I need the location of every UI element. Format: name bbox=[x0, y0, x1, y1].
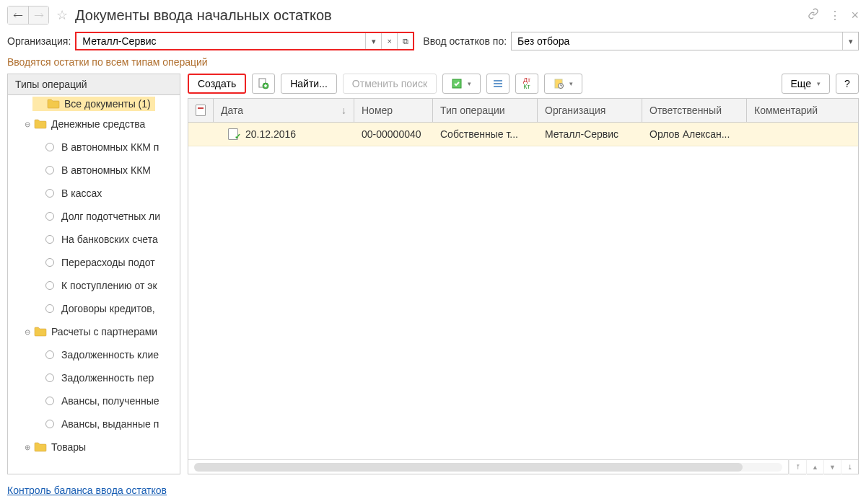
cell-resp: Орлов Алексан... bbox=[642, 128, 747, 140]
th-icon[interactable] bbox=[188, 99, 214, 122]
tree-item[interactable]: Задолженность клие bbox=[8, 343, 180, 366]
info-text: Вводятся остатки по всем типам операций bbox=[7, 56, 859, 68]
tree-item-label: Задолженность клие bbox=[61, 349, 159, 361]
circle-icon bbox=[45, 350, 54, 359]
kebab-menu-icon[interactable]: ⋮ bbox=[829, 9, 841, 22]
tree-item-label: Задолженность пер bbox=[61, 372, 154, 384]
expand-icon[interactable]: ⊕ bbox=[22, 443, 32, 451]
favorite-star-icon[interactable]: ☆ bbox=[55, 8, 69, 22]
org-input-group: ▾ × ⧉ bbox=[75, 32, 414, 50]
tree-item[interactable]: Все документы (1) bbox=[32, 97, 155, 111]
create-button[interactable]: Создать bbox=[188, 74, 246, 94]
filter-label: Ввод остатков по: bbox=[423, 35, 507, 47]
folder-icon bbox=[34, 327, 47, 337]
tree-item-label: В автономных ККМ п bbox=[61, 141, 159, 153]
tree-item[interactable]: В кассах bbox=[8, 182, 180, 205]
folder-icon bbox=[47, 99, 60, 109]
tree-item-label: Авансы, выданные п bbox=[61, 418, 159, 430]
tree-item-label: Авансы, полученные bbox=[61, 395, 159, 407]
forward-button[interactable]: 🡒 bbox=[28, 6, 48, 24]
tree-item-label: Расчеты с партнерами bbox=[51, 326, 157, 337]
circle-icon bbox=[45, 212, 54, 221]
tree-item-label: Долг подотчетных ли bbox=[61, 211, 160, 222]
copy-button[interactable] bbox=[252, 74, 275, 94]
org-dropdown-button[interactable]: ▾ bbox=[365, 33, 381, 49]
action-green-button[interactable]: ▾ bbox=[442, 74, 481, 94]
filter-input-group: ▾ bbox=[511, 32, 859, 50]
tree-hscrollbar[interactable] bbox=[8, 474, 180, 474]
org-input[interactable] bbox=[76, 33, 365, 49]
link-icon[interactable] bbox=[808, 8, 819, 22]
org-clear-button[interactable]: × bbox=[381, 33, 397, 49]
tree-item[interactable]: Договоры кредитов, bbox=[8, 297, 180, 320]
tree-item[interactable]: Авансы, выданные п bbox=[8, 412, 180, 436]
help-button[interactable]: ? bbox=[836, 74, 859, 94]
folder-icon bbox=[34, 119, 47, 129]
more-button[interactable]: Еще▾ bbox=[782, 74, 831, 94]
find-button[interactable]: Найти... bbox=[281, 74, 337, 94]
scroll-bottom-icon[interactable]: ⤓ bbox=[841, 460, 858, 474]
list-button[interactable] bbox=[486, 74, 509, 94]
svg-rect-4 bbox=[494, 83, 502, 84]
cell-org: Металл-Сервис bbox=[538, 128, 642, 140]
th-comment[interactable]: Комментарий bbox=[747, 99, 858, 122]
circle-icon bbox=[45, 304, 54, 313]
th-org[interactable]: Организация bbox=[538, 99, 642, 122]
tree-item[interactable]: На банковских счета bbox=[8, 228, 180, 251]
cell-optype: Собственные т... bbox=[433, 128, 538, 140]
tree-item[interactable]: Перерасходы подот bbox=[8, 251, 180, 274]
svg-rect-3 bbox=[494, 80, 502, 81]
circle-icon bbox=[45, 281, 54, 290]
circle-icon bbox=[45, 373, 54, 382]
tree-item-label: В кассах bbox=[61, 187, 102, 199]
tree-item[interactable]: ⊕Товары bbox=[8, 436, 180, 459]
page-title: Документы ввода начальных остатков bbox=[75, 7, 332, 24]
circle-icon bbox=[45, 235, 54, 244]
tree-header: Типы операций bbox=[7, 74, 180, 94]
document-icon bbox=[196, 105, 206, 116]
expand-icon[interactable]: ⊖ bbox=[22, 120, 32, 128]
filter-input[interactable] bbox=[512, 32, 842, 50]
report-button[interactable]: ▾ bbox=[544, 74, 582, 94]
tree-item-label: На банковских счета bbox=[61, 234, 158, 245]
cancel-search-button[interactable]: Отменить поиск bbox=[343, 74, 437, 94]
th-number[interactable]: Номер bbox=[354, 99, 433, 122]
balance-control-link[interactable]: Контроль баланса ввода остатков bbox=[7, 485, 167, 496]
posted-doc-icon bbox=[228, 128, 240, 140]
filter-dropdown-button[interactable]: ▾ bbox=[842, 32, 858, 50]
tree-item[interactable]: Авансы, полученные bbox=[8, 389, 180, 412]
tree-item[interactable]: В автономных ККМ п bbox=[8, 136, 180, 159]
org-open-button[interactable]: ⧉ bbox=[397, 33, 413, 49]
th-optype[interactable]: Тип операции bbox=[433, 99, 538, 122]
tree-scroll[interactable]: Все документы (1)⊖Денежные средстваВ авт… bbox=[8, 95, 180, 474]
org-label: Организация: bbox=[7, 35, 71, 47]
expand-icon[interactable]: ⊖ bbox=[22, 328, 32, 336]
tree-item-label: Товары bbox=[51, 441, 86, 453]
scroll-up-icon[interactable]: ▲ bbox=[806, 460, 823, 474]
cell-date: 20.12.2016 bbox=[245, 128, 296, 140]
tree-item[interactable]: Задолженность пер bbox=[8, 366, 180, 389]
dtkt-button[interactable]: ДтКт bbox=[515, 74, 538, 94]
cell-number: 00-00000040 bbox=[354, 128, 433, 140]
tree-item[interactable]: К поступлению от эк bbox=[8, 274, 180, 297]
th-date[interactable]: Дата↓ bbox=[214, 99, 354, 122]
scroll-down-icon[interactable]: ▼ bbox=[823, 460, 841, 474]
back-button[interactable]: 🡐 bbox=[8, 6, 28, 24]
table-hscrollbar[interactable] bbox=[194, 463, 782, 472]
close-icon[interactable]: × bbox=[851, 8, 859, 23]
circle-icon bbox=[45, 420, 54, 428]
tree-item[interactable]: В автономных ККМ bbox=[8, 159, 180, 182]
tree-item[interactable]: ⊖Денежные средства bbox=[8, 112, 180, 136]
scroll-top-icon[interactable]: ⤒ bbox=[789, 460, 806, 474]
tree-item[interactable]: ⊖Расчеты с партнерами bbox=[8, 320, 180, 343]
svg-rect-5 bbox=[494, 86, 502, 87]
table-row[interactable]: 20.12.201600-00000040Собственные т...Мет… bbox=[188, 123, 858, 146]
folder-icon bbox=[34, 442, 47, 452]
tree-item[interactable]: Долг подотчетных ли bbox=[8, 205, 180, 228]
circle-icon bbox=[45, 166, 54, 174]
tree-item-label: Денежные средства bbox=[51, 118, 145, 130]
tree-item-label: В автономных ККМ bbox=[61, 164, 151, 176]
circle-icon bbox=[45, 189, 54, 198]
table-header: Дата↓ Номер Тип операции Организация Отв… bbox=[188, 99, 858, 123]
th-resp[interactable]: Ответственный bbox=[642, 99, 747, 122]
